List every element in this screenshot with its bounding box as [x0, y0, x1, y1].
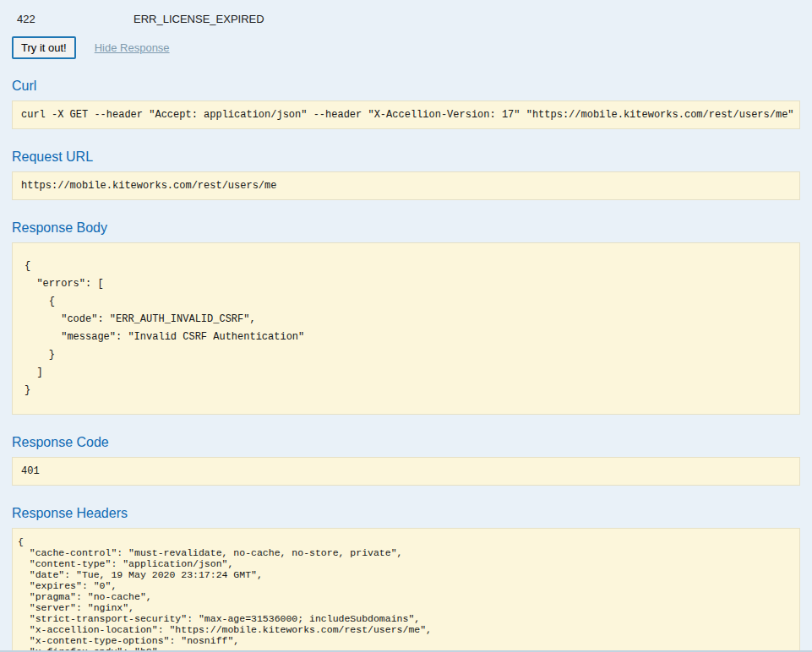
- request-url-heading: Request URL: [12, 149, 800, 165]
- sandbox-actions: Try it out! Hide Response: [12, 36, 800, 59]
- response-message-reason: ERR_LICENSE_EXPIRED: [134, 13, 264, 25]
- response-message-status-code: 422: [17, 13, 134, 25]
- curl-heading: Curl: [12, 79, 800, 94]
- response-code-heading: Response Code: [12, 435, 800, 450]
- response-body-snippet: { "errors": [ { "code": "ERR_AUTH_INVALI…: [12, 242, 800, 415]
- response-code-snippet: 401: [12, 457, 800, 486]
- response-message-row: 422 ERR_LICENSE_EXPIRED: [12, 0, 800, 27]
- response-body-heading: Response Body: [12, 220, 800, 236]
- curl-snippet: curl -X GET --header "Accept: applicatio…: [12, 101, 800, 129]
- response-headers-snippet: { "cache-control": "must-revalidate, no-…: [12, 528, 800, 652]
- try-it-out-button[interactable]: Try it out!: [12, 36, 76, 59]
- hide-response-link[interactable]: Hide Response: [95, 41, 170, 54]
- request-url-snippet: https://mobile.kiteworks.com/rest/users/…: [12, 171, 800, 200]
- operation-response-panel: 422 ERR_LICENSE_EXPIRED Try it out! Hide…: [0, 0, 812, 652]
- response-headers-heading: Response Headers: [12, 506, 800, 521]
